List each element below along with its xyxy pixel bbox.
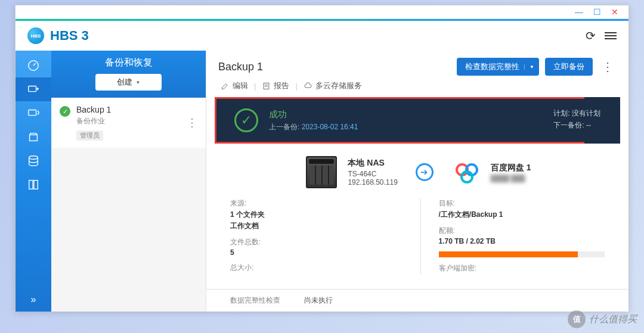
svg-rect-6	[34, 180, 38, 189]
nav-logs[interactable]	[16, 173, 51, 197]
dest-title: 百度网盘 1	[491, 163, 531, 173]
list-header-title: 备份和恢复	[51, 57, 206, 69]
nav-jobs[interactable]	[16, 125, 51, 149]
quota-label: 配额:	[439, 226, 605, 236]
svg-rect-7	[264, 83, 270, 89]
check-integrity-button[interactable]: 检查数据完整性	[457, 58, 539, 76]
source-model: TS-464C	[348, 170, 397, 178]
list-header: 备份和恢复 创建	[51, 51, 206, 98]
source-path: 工作文档	[230, 221, 397, 231]
source-count: 1 个文件夹	[230, 210, 397, 220]
status-success-icon: ✓	[234, 108, 258, 132]
watermark-icon: 值	[568, 310, 586, 328]
nav-collapse-icon[interactable]: »	[16, 288, 51, 312]
watermark-text: 什么值得买	[589, 313, 637, 326]
target-label: 目标:	[439, 198, 605, 208]
quota-value: 1.70 TB / 2.02 TB	[439, 237, 605, 245]
source-ip: 192.168.50.119	[348, 178, 397, 186]
job-name: Backup 1	[76, 105, 181, 114]
nav-rail: »	[16, 51, 51, 312]
create-button[interactable]: 创建	[95, 74, 162, 91]
job-type: 备份作业	[76, 116, 181, 126]
titlebar: — ☐ ✕	[16, 5, 628, 18]
svg-point-4	[29, 156, 38, 160]
watermark: 值 什么值得买	[568, 310, 637, 328]
minimize-button[interactable]: —	[570, 7, 588, 17]
cloud-icon	[304, 82, 312, 91]
page-title: Backup 1	[218, 61, 451, 73]
integrity-value: 尚未执行	[304, 295, 333, 306]
app-logo: HBS	[27, 27, 44, 44]
main-more-icon[interactable]: ⋮	[599, 60, 617, 74]
size-label: 总大小:	[230, 263, 397, 273]
app-window: — ☐ ✕ HBS HBS 3 ⟳ » 备份和恢复 创建 ✓	[15, 5, 629, 312]
nav-storage[interactable]	[16, 149, 51, 173]
report-icon	[262, 82, 271, 91]
files-label: 文件总数:	[230, 237, 397, 247]
header-bar: HBS HBS 3 ⟳	[16, 21, 628, 51]
source-endpoint: 本地 NAS TS-464C 192.168.50.119	[304, 154, 397, 190]
svg-rect-1	[29, 86, 36, 92]
dest-endpoint: 百度网盘 1 ████ ███	[451, 157, 531, 188]
backup-now-button[interactable]: 立即备份	[545, 58, 593, 76]
job-list-item[interactable]: ✓ Backup 1 备份作业 管理员 ⋮	[51, 98, 206, 148]
dest-subtitle-blurred: ████ ███	[491, 175, 531, 182]
integrity-label: 数据完整性检查	[230, 295, 280, 306]
status-banner: ✓ 成功 上一备份: 2023-08-02 16:41 计划: 没有计划 下一备…	[215, 97, 620, 144]
source-title: 本地 NAS	[348, 158, 397, 169]
job-owner-badge: 管理员	[76, 130, 103, 141]
status-plan: 计划: 没有计划	[553, 108, 600, 119]
hamburger-icon[interactable]	[605, 32, 617, 39]
main-panel: Backup 1 检查数据完整性 立即备份 ⋮ 编辑 | 报告 |	[206, 51, 628, 312]
transfer-diagram: 本地 NAS TS-464C 192.168.50.119 ➔ 百度网盘 1 █…	[206, 144, 628, 198]
svg-rect-5	[29, 180, 33, 189]
footer-row: 数据完整性检查 尚未执行	[206, 289, 628, 312]
nav-backup-restore[interactable]	[16, 77, 51, 101]
report-action[interactable]: 报告	[259, 80, 292, 91]
nas-icon	[306, 156, 337, 188]
encrypt-label: 客户端加密:	[439, 263, 605, 273]
edit-action[interactable]: 编辑	[218, 80, 250, 91]
status-last-backup: 上一备份: 2023-08-02 16:41	[269, 122, 543, 132]
files-value: 5	[230, 248, 397, 257]
baidu-cloud-icon	[451, 157, 482, 188]
status-next: 下一备份: --	[553, 120, 600, 130]
svg-rect-2	[29, 110, 36, 116]
target-value: /工作文档/Backup 1	[439, 210, 605, 220]
svg-rect-3	[30, 135, 38, 141]
close-button[interactable]: ✕	[606, 7, 624, 17]
source-label: 来源:	[230, 198, 397, 208]
app-title: HBS 3	[50, 28, 89, 43]
nav-sync[interactable]	[16, 101, 51, 125]
edit-icon	[221, 82, 230, 91]
action-row: 编辑 | 报告 | 多云存储服务	[206, 80, 628, 97]
detail-columns: 来源: 1 个文件夹 工作文档 文件总数: 5 总大小: 目标: /工作文档/B…	[206, 198, 628, 275]
job-list-panel: 备份和恢复 创建 ✓ Backup 1 备份作业 管理员 ⋮	[51, 51, 206, 312]
multicloud-action[interactable]: 多云存储服务	[301, 80, 364, 91]
arrow-right-icon: ➔	[416, 163, 434, 181]
nav-dashboard[interactable]	[16, 54, 51, 77]
maximize-button[interactable]: ☐	[588, 7, 606, 17]
quota-bar	[439, 251, 605, 257]
status-title: 成功	[269, 109, 543, 120]
job-more-icon[interactable]: ⋮	[187, 116, 197, 129]
success-icon: ✓	[60, 106, 70, 117]
refresh-icon[interactable]: ⟳	[586, 29, 596, 43]
